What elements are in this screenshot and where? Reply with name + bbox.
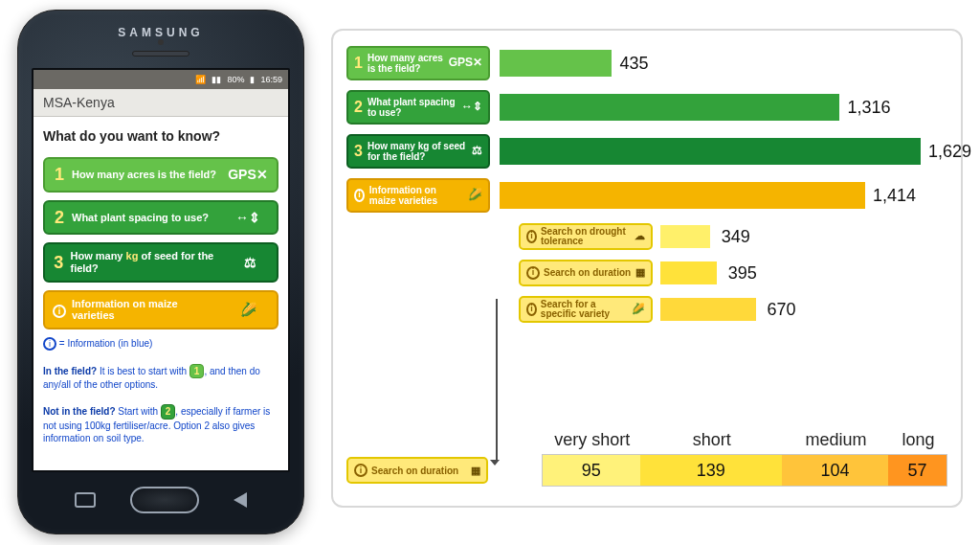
phone-mockup: SAMSUNG 📶 ▮▮ 80% ▮ 16:59 MSA-Kenya What … [17, 10, 304, 534]
recent-apps-key[interactable] [75, 492, 96, 508]
option-label: What plant spacing to use? [72, 212, 209, 224]
chart-row: iInformation on maize varieties🌽1,414 [346, 176, 947, 215]
option-seed-kg[interactable]: 3 How many kg of seed for the field? ⚖ [43, 242, 278, 282]
duration-heading: medium [783, 430, 889, 450]
clock-label: 16:59 [260, 75, 282, 84]
page-heading: What do you want to know? [43, 128, 278, 144]
phone-nav-keys [18, 480, 303, 520]
chart-subrow: iSearch for a specific variety🌽670 [519, 293, 947, 326]
info-icon: i [354, 464, 368, 477]
scale-icon: ⚖ [232, 255, 269, 270]
sub-bar-value: 395 [728, 263, 757, 284]
bar [500, 94, 839, 121]
duration-pill[interactable]: i Search on duration ▦ [346, 457, 488, 484]
option-number: 1 [53, 165, 66, 185]
chart-label-pill[interactable]: 1How many acres is the field?GPS✕ [346, 46, 490, 80]
option-label: How many acres is the field? [72, 169, 216, 181]
chart-sublabel-pill[interactable]: iSearch on duration▦ [519, 260, 653, 286]
wifi-icon: 📶 [195, 75, 206, 84]
home-button[interactable] [130, 487, 199, 513]
sub-bar [660, 225, 710, 248]
note-info-eq: = Information (in blue) [59, 338, 153, 349]
phone-speaker [132, 51, 189, 57]
chip-1: 1 [189, 364, 205, 379]
chart-row: 3How many kg of seed for the field?⚖1,62… [346, 132, 947, 170]
duration-segment: 139 [640, 455, 783, 486]
duration-heading: long [889, 430, 947, 450]
chart-row: 1How many acres is the field?GPS✕435 [346, 44, 947, 82]
notes-block: i = Information (in blue) In the field? … [43, 337, 278, 445]
bar-value: 1,414 [873, 186, 916, 206]
chart-label-pill[interactable]: 2What plant spacing to use?↔⇕ [346, 90, 490, 125]
option-label: Information on maize varieties [72, 298, 222, 322]
bar [500, 50, 612, 77]
maize-icon: 🌽 [228, 302, 270, 317]
bar-value: 1,629 [928, 142, 971, 162]
chart-sublabel-pill[interactable]: iSearch for a specific variety🌽 [519, 296, 653, 323]
option-acres[interactable]: 1 How many acres is the field? GPS✕ [43, 157, 278, 193]
duration-headings: very shortshortmediumlong [544, 430, 947, 450]
gps-icon: GPS✕ [227, 167, 269, 182]
duration-bars: 9513910457 [542, 454, 947, 487]
bar [500, 138, 921, 165]
chart-panel: 1How many acres is the field?GPS✕4352Wha… [331, 29, 963, 508]
app-body: What do you want to know? 1 How many acr… [33, 117, 288, 453]
sub-bar-value: 670 [768, 300, 796, 320]
note-infield: In the field? [43, 366, 97, 376]
status-bar: 📶 ▮▮ 80% ▮ 16:59 [33, 70, 288, 89]
app-title-bar: MSA-Kenya [33, 89, 288, 117]
battery-label: 80% [227, 75, 244, 84]
duration-heading: very short [544, 430, 641, 450]
chart-sublabel-pill[interactable]: iSearch on drought tolerance☁ [519, 223, 653, 250]
sub-bar-value: 349 [722, 227, 750, 247]
battery-icon: ▮ [250, 75, 255, 84]
chart-label-pill[interactable]: 3How many kg of seed for the field?⚖ [346, 134, 490, 169]
option-number: 3 [53, 253, 64, 273]
bar-value: 435 [619, 54, 648, 74]
option-spacing[interactable]: 2 What plant spacing to use? ↔⇕ [43, 200, 278, 236]
bar-value: 1,316 [847, 98, 890, 118]
duration-breakdown: very shortshortmediumlong i Search on du… [346, 430, 947, 487]
info-icon: i [43, 337, 56, 351]
phone-brand: SAMSUNG [18, 11, 303, 39]
chart-subrow: iSearch on drought tolerance☁349 [519, 220, 947, 253]
note-notinfield: Not in the field? [43, 406, 116, 417]
option-number: 2 [53, 208, 66, 228]
info-icon: i [53, 302, 66, 318]
spacing-icon: ↔⇕ [227, 210, 269, 225]
chart-subrow: iSearch on duration▦395 [519, 257, 947, 289]
signal-icon: ▮▮ [212, 75, 221, 84]
calendar-icon: ▦ [471, 465, 480, 477]
phone-sensor-dot [158, 39, 164, 45]
sub-bar [660, 261, 717, 284]
duration-heading: short [641, 430, 784, 450]
duration-pill-label: Search on duration [371, 466, 458, 476]
option-label: How many kg of seed for the field? [70, 250, 225, 274]
duration-segment: 95 [543, 455, 640, 486]
duration-segment: 104 [782, 455, 888, 486]
back-key[interactable] [234, 492, 247, 508]
phone-screen: 📶 ▮▮ 80% ▮ 16:59 MSA-Kenya What do you w… [32, 68, 290, 472]
option-maize-info[interactable]: i Information on maize varieties 🌽 [43, 290, 278, 329]
chip-2: 2 [161, 404, 176, 420]
duration-segment: 57 [888, 455, 947, 486]
chart-row: 2What plant spacing to use?↔⇕1,316 [346, 88, 947, 126]
chart-label-pill[interactable]: iInformation on maize varieties🌽 [346, 178, 490, 213]
sub-bar [660, 298, 756, 321]
bar [500, 182, 865, 209]
